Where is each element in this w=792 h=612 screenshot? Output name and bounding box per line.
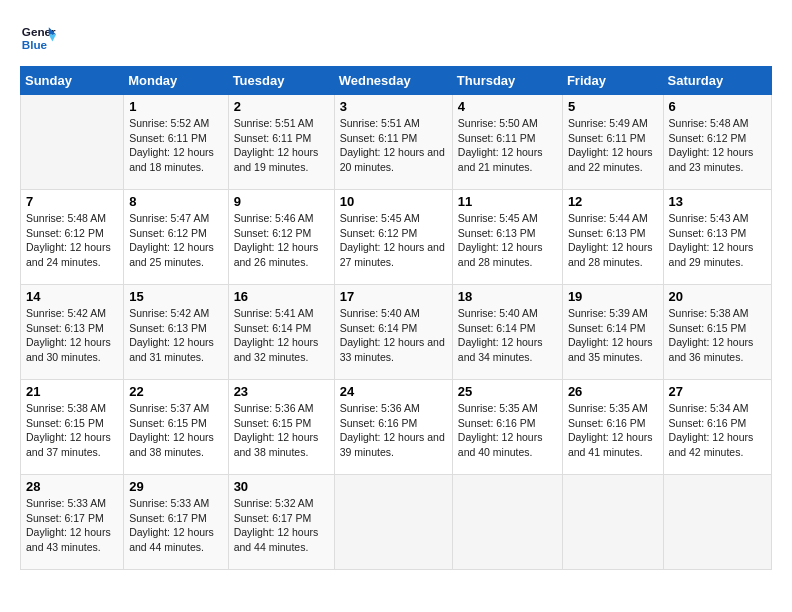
sunset-text: Sunset: 6:14 PM <box>458 322 536 334</box>
sunset-text: Sunset: 6:13 PM <box>458 227 536 239</box>
calendar-cell: 14Sunrise: 5:42 AMSunset: 6:13 PMDayligh… <box>21 285 124 380</box>
daylight-text: Daylight: 12 hours and 43 minutes. <box>26 526 111 553</box>
day-number: 25 <box>458 384 557 399</box>
sunset-text: Sunset: 6:17 PM <box>129 512 207 524</box>
day-info: Sunrise: 5:47 AMSunset: 6:12 PMDaylight:… <box>129 211 222 270</box>
calendar-cell: 11Sunrise: 5:45 AMSunset: 6:13 PMDayligh… <box>452 190 562 285</box>
sunset-text: Sunset: 6:12 PM <box>340 227 418 239</box>
daylight-text: Daylight: 12 hours and 32 minutes. <box>234 336 319 363</box>
sunset-text: Sunset: 6:12 PM <box>26 227 104 239</box>
svg-text:Blue: Blue <box>22 38 48 51</box>
calendar-cell <box>21 95 124 190</box>
sunrise-text: Sunrise: 5:34 AM <box>669 402 749 414</box>
sunrise-text: Sunrise: 5:46 AM <box>234 212 314 224</box>
sunset-text: Sunset: 6:16 PM <box>458 417 536 429</box>
day-info: Sunrise: 5:37 AMSunset: 6:15 PMDaylight:… <box>129 401 222 460</box>
sunrise-text: Sunrise: 5:41 AM <box>234 307 314 319</box>
day-info: Sunrise: 5:35 AMSunset: 6:16 PMDaylight:… <box>458 401 557 460</box>
day-number: 14 <box>26 289 118 304</box>
day-info: Sunrise: 5:39 AMSunset: 6:14 PMDaylight:… <box>568 306 658 365</box>
sunrise-text: Sunrise: 5:49 AM <box>568 117 648 129</box>
week-row-1: 1Sunrise: 5:52 AMSunset: 6:11 PMDaylight… <box>21 95 772 190</box>
sunset-text: Sunset: 6:15 PM <box>234 417 312 429</box>
day-number: 15 <box>129 289 222 304</box>
sunset-text: Sunset: 6:12 PM <box>669 132 747 144</box>
sunrise-text: Sunrise: 5:51 AM <box>234 117 314 129</box>
day-info: Sunrise: 5:36 AMSunset: 6:16 PMDaylight:… <box>340 401 447 460</box>
sunrise-text: Sunrise: 5:42 AM <box>26 307 106 319</box>
day-info: Sunrise: 5:51 AMSunset: 6:11 PMDaylight:… <box>340 116 447 175</box>
daylight-text: Daylight: 12 hours and 36 minutes. <box>669 336 754 363</box>
day-info: Sunrise: 5:40 AMSunset: 6:14 PMDaylight:… <box>340 306 447 365</box>
sunset-text: Sunset: 6:14 PM <box>568 322 646 334</box>
daylight-text: Daylight: 12 hours and 30 minutes. <box>26 336 111 363</box>
day-number: 18 <box>458 289 557 304</box>
day-info: Sunrise: 5:43 AMSunset: 6:13 PMDaylight:… <box>669 211 766 270</box>
daylight-text: Daylight: 12 hours and 31 minutes. <box>129 336 214 363</box>
day-number: 16 <box>234 289 329 304</box>
calendar-cell <box>334 475 452 570</box>
weekday-header-wednesday: Wednesday <box>334 67 452 95</box>
sunrise-text: Sunrise: 5:50 AM <box>458 117 538 129</box>
sunrise-text: Sunrise: 5:43 AM <box>669 212 749 224</box>
calendar-cell: 16Sunrise: 5:41 AMSunset: 6:14 PMDayligh… <box>228 285 334 380</box>
calendar-cell: 24Sunrise: 5:36 AMSunset: 6:16 PMDayligh… <box>334 380 452 475</box>
sunset-text: Sunset: 6:17 PM <box>26 512 104 524</box>
sunrise-text: Sunrise: 5:40 AM <box>458 307 538 319</box>
sunrise-text: Sunrise: 5:33 AM <box>129 497 209 509</box>
day-info: Sunrise: 5:34 AMSunset: 6:16 PMDaylight:… <box>669 401 766 460</box>
day-info: Sunrise: 5:41 AMSunset: 6:14 PMDaylight:… <box>234 306 329 365</box>
logo-icon: General Blue <box>20 20 56 56</box>
day-number: 13 <box>669 194 766 209</box>
sunrise-text: Sunrise: 5:38 AM <box>26 402 106 414</box>
sunrise-text: Sunrise: 5:48 AM <box>26 212 106 224</box>
sunset-text: Sunset: 6:11 PM <box>458 132 536 144</box>
calendar-cell <box>663 475 771 570</box>
sunset-text: Sunset: 6:13 PM <box>26 322 104 334</box>
day-number: 26 <box>568 384 658 399</box>
weekday-header-saturday: Saturday <box>663 67 771 95</box>
week-row-2: 7Sunrise: 5:48 AMSunset: 6:12 PMDaylight… <box>21 190 772 285</box>
calendar-cell: 7Sunrise: 5:48 AMSunset: 6:12 PMDaylight… <box>21 190 124 285</box>
day-number: 7 <box>26 194 118 209</box>
sunrise-text: Sunrise: 5:52 AM <box>129 117 209 129</box>
daylight-text: Daylight: 12 hours and 18 minutes. <box>129 146 214 173</box>
sunrise-text: Sunrise: 5:37 AM <box>129 402 209 414</box>
calendar-cell: 19Sunrise: 5:39 AMSunset: 6:14 PMDayligh… <box>562 285 663 380</box>
day-info: Sunrise: 5:50 AMSunset: 6:11 PMDaylight:… <box>458 116 557 175</box>
day-info: Sunrise: 5:33 AMSunset: 6:17 PMDaylight:… <box>26 496 118 555</box>
day-info: Sunrise: 5:38 AMSunset: 6:15 PMDaylight:… <box>669 306 766 365</box>
day-info: Sunrise: 5:40 AMSunset: 6:14 PMDaylight:… <box>458 306 557 365</box>
day-number: 20 <box>669 289 766 304</box>
calendar-cell: 8Sunrise: 5:47 AMSunset: 6:12 PMDaylight… <box>124 190 228 285</box>
sunset-text: Sunset: 6:15 PM <box>26 417 104 429</box>
day-number: 17 <box>340 289 447 304</box>
weekday-header-sunday: Sunday <box>21 67 124 95</box>
day-number: 30 <box>234 479 329 494</box>
calendar-cell: 3Sunrise: 5:51 AMSunset: 6:11 PMDaylight… <box>334 95 452 190</box>
calendar-cell: 30Sunrise: 5:32 AMSunset: 6:17 PMDayligh… <box>228 475 334 570</box>
sunset-text: Sunset: 6:11 PM <box>234 132 312 144</box>
sunrise-text: Sunrise: 5:40 AM <box>340 307 420 319</box>
calendar-cell: 23Sunrise: 5:36 AMSunset: 6:15 PMDayligh… <box>228 380 334 475</box>
weekday-header-thursday: Thursday <box>452 67 562 95</box>
sunrise-text: Sunrise: 5:44 AM <box>568 212 648 224</box>
daylight-text: Daylight: 12 hours and 38 minutes. <box>129 431 214 458</box>
day-info: Sunrise: 5:42 AMSunset: 6:13 PMDaylight:… <box>26 306 118 365</box>
sunset-text: Sunset: 6:12 PM <box>234 227 312 239</box>
daylight-text: Daylight: 12 hours and 24 minutes. <box>26 241 111 268</box>
calendar-cell: 21Sunrise: 5:38 AMSunset: 6:15 PMDayligh… <box>21 380 124 475</box>
calendar-cell: 22Sunrise: 5:37 AMSunset: 6:15 PMDayligh… <box>124 380 228 475</box>
calendar-cell: 26Sunrise: 5:35 AMSunset: 6:16 PMDayligh… <box>562 380 663 475</box>
day-number: 29 <box>129 479 222 494</box>
sunset-text: Sunset: 6:13 PM <box>129 322 207 334</box>
calendar-cell: 1Sunrise: 5:52 AMSunset: 6:11 PMDaylight… <box>124 95 228 190</box>
calendar-table: SundayMondayTuesdayWednesdayThursdayFrid… <box>20 66 772 570</box>
day-info: Sunrise: 5:36 AMSunset: 6:15 PMDaylight:… <box>234 401 329 460</box>
sunset-text: Sunset: 6:13 PM <box>669 227 747 239</box>
sunrise-text: Sunrise: 5:36 AM <box>234 402 314 414</box>
sunrise-text: Sunrise: 5:42 AM <box>129 307 209 319</box>
calendar-cell: 15Sunrise: 5:42 AMSunset: 6:13 PMDayligh… <box>124 285 228 380</box>
day-info: Sunrise: 5:42 AMSunset: 6:13 PMDaylight:… <box>129 306 222 365</box>
sunset-text: Sunset: 6:14 PM <box>234 322 312 334</box>
